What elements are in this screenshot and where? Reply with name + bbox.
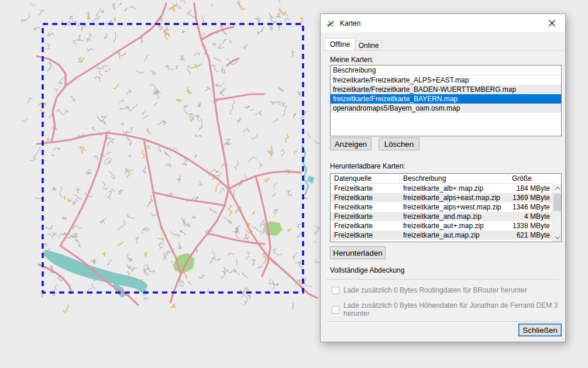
cell-description: freizeitkarte_aut.map.zip xyxy=(400,231,508,240)
scroll-up-icon[interactable] xyxy=(553,184,562,192)
cell-source: Freizeitkarte xyxy=(331,231,400,240)
karten-dialog: Karten OfflineOnline Meine Karten: Besch… xyxy=(320,13,566,342)
cell-size: 621 MByte xyxy=(508,231,553,240)
major-roads-layer xyxy=(37,4,317,305)
cell-source: Freizeitkarte xyxy=(331,193,400,202)
list-item[interactable]: freizeitkarte/Freizeitkarte_ALPS+EAST.ma… xyxy=(331,75,561,85)
cell-description: freizeitkarte_alps+east.map.zip xyxy=(400,193,508,202)
table-row[interactable]: Freizeitkartefreizeitkarte_alps+east.map… xyxy=(331,193,553,202)
routing-checkbox-label: Lade zusätzlich 0 Bytes Routingdaten für… xyxy=(343,286,527,294)
my-maps-list-header: Beschreibung xyxy=(331,66,561,75)
table-row[interactable]: Freizeitkartefreizeitkarte_and.map.zip4 … xyxy=(331,212,553,221)
cell-source: Freizeitkarte xyxy=(331,221,400,231)
my-maps-label: Meine Karten: xyxy=(330,56,374,64)
my-maps-rows: freizeitkarte/Freizeitkarte_ALPS+EAST.ma… xyxy=(331,75,561,113)
cell-source: Freizeitkarte xyxy=(331,184,400,193)
cell-size: 1346 MByte xyxy=(508,202,553,212)
cell-description: freizeitkarte_alb+.map.zip xyxy=(400,184,508,193)
scroll-down-icon[interactable] xyxy=(553,233,562,242)
downloadable-table-header: Datenquelle Beschreibung Größe xyxy=(331,174,553,184)
tab-offline[interactable]: Offline xyxy=(325,38,355,51)
footer-divider xyxy=(326,321,559,322)
lake-constance xyxy=(44,250,147,290)
cell-size: 184 MByte xyxy=(508,184,553,193)
downloadable-label: Herunterladbare Karten: xyxy=(330,162,405,170)
close-dialog-button[interactable]: Schließen xyxy=(518,324,562,336)
downloadable-rows: Freizeitkartefreizeitkarte_alb+.map.zip1… xyxy=(331,184,553,242)
download-button[interactable]: Herunterladen xyxy=(330,246,386,259)
water-layer xyxy=(44,145,314,298)
cell-size: 1369 MByte xyxy=(508,193,553,202)
show-button[interactable]: Anzeigen xyxy=(330,137,372,150)
table-row[interactable]: Freizeitkartefreizeitkarte_alps+west.map… xyxy=(331,202,553,212)
tab-online[interactable]: Online xyxy=(355,40,382,50)
coverage-divider xyxy=(326,279,559,280)
downloadable-table[interactable]: Datenquelle Beschreibung Größe Freizeitk… xyxy=(330,173,562,242)
coverage-label: Vollständige Abdeckung xyxy=(330,266,404,274)
elevation-checkbox-row: Lade zusätzlich 0 Bytes Höhendaten für J… xyxy=(332,301,565,318)
dialog-titlebar[interactable]: Karten xyxy=(321,14,565,32)
cell-description: freizeitkarte_azores.map.zip xyxy=(400,240,508,242)
scrollbar-thumb[interactable] xyxy=(553,194,561,211)
tab-divider xyxy=(322,50,564,51)
table-row[interactable]: Freizeitkartefreizeitkarte_aut+.map.zip1… xyxy=(331,221,553,231)
list-item[interactable]: freizeitkarte/Freizeitkarte_BADEN-WUERTT… xyxy=(331,85,561,94)
column-beschreibung[interactable]: Beschreibung xyxy=(400,174,508,183)
my-maps-list[interactable]: Beschreibung freizeitkarte/Freizeitkarte… xyxy=(330,65,562,136)
desktop: Karten OfflineOnline Meine Karten: Besch… xyxy=(0,0,588,368)
close-button[interactable] xyxy=(539,14,565,32)
dialog-title: Karten xyxy=(340,19,360,27)
routing-checkbox[interactable] xyxy=(332,287,339,294)
table-row[interactable]: Freizeitkartefreizeitkarte_azores.map.zi… xyxy=(331,240,553,242)
cell-source: Freizeitkarte xyxy=(331,212,400,221)
app-icon xyxy=(326,19,335,28)
elevation-checkbox[interactable] xyxy=(332,306,339,314)
cell-size: 16 MByte xyxy=(508,240,553,242)
column-datenquelle[interactable]: Datenquelle xyxy=(331,174,400,183)
cell-description: freizeitkarte_and.map.zip xyxy=(400,212,508,221)
cell-description: freizeitkarte_alps+west.map.zip xyxy=(400,202,508,212)
list-item[interactable]: freizeitkarte/Freizeitkarte_BAYERN.map xyxy=(331,94,561,104)
cell-description: freizeitkarte_aut+.map.zip xyxy=(400,221,508,231)
cell-size: 1338 MByte xyxy=(508,221,553,231)
table-scrollbar[interactable] xyxy=(552,184,561,242)
column-groesse[interactable]: Größe xyxy=(508,174,553,183)
delete-button[interactable]: Löschen xyxy=(379,137,419,150)
close-icon xyxy=(549,20,555,26)
table-row[interactable]: Freizeitkartefreizeitkarte_aut.map.zip62… xyxy=(331,231,553,240)
cell-source: Freizeitkarte xyxy=(331,240,400,242)
routing-checkbox-row: Lade zusätzlich 0 Bytes Routingdaten für… xyxy=(332,286,527,294)
list-item[interactable]: openandromaps5/Bayern_oam.osm.map xyxy=(331,104,561,113)
cell-size: 4 MByte xyxy=(508,212,553,221)
table-row[interactable]: Freizeitkartefreizeitkarte_alb+.map.zip1… xyxy=(331,184,553,193)
cell-source: Freizeitkarte xyxy=(331,202,400,212)
elevation-checkbox-label: Lade zusätzlich 0 Bytes Höhendaten für J… xyxy=(343,301,565,318)
